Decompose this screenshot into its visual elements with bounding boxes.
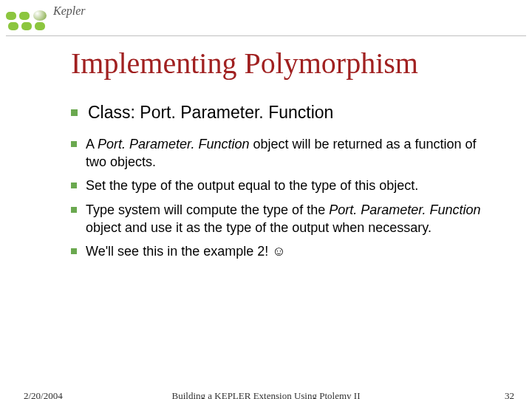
sub-bullet-text: Set the type of the output equal to the … (86, 177, 418, 194)
bullet-icon (71, 141, 77, 147)
sub-bullet-list: A Port. Parameter. Function object will … (71, 135, 485, 261)
bullet-icon (71, 109, 78, 116)
main-bullet: Class: Port. Parameter. Function (71, 102, 485, 123)
sub-bullet-text: A Port. Parameter. Function object will … (86, 135, 485, 171)
content-area: Class: Port. Parameter. Function A Port.… (71, 102, 485, 267)
main-bullet-text: Class: Port. Parameter. Function (88, 102, 333, 123)
bullet-icon (71, 207, 77, 213)
kepler-logo-icon (6, 4, 50, 34)
slide: Kepler Implementing Polymorphism Class: … (0, 0, 532, 399)
sub-bullet: Type system will compute the type of the… (71, 201, 485, 237)
header-divider (6, 35, 526, 36)
bullet-icon (71, 248, 77, 254)
sub-bullet: We'll see this in the example 2! ☺ (71, 242, 485, 260)
brand-name: Kepler (53, 4, 86, 18)
sub-bullet-text: We'll see this in the example 2! ☺ (86, 242, 286, 260)
bullet-icon (71, 183, 77, 188)
slide-title: Implementing Polymorphism (71, 46, 418, 81)
sub-bullet: A Port. Parameter. Function object will … (71, 135, 485, 171)
footer-title: Building a KEPLER Extension Using Ptolem… (0, 390, 532, 399)
footer-page-number: 32 (505, 390, 514, 399)
header-area: Kepler (6, 4, 86, 34)
sub-bullet: Set the type of the output equal to the … (71, 177, 485, 194)
sub-bullet-text: Type system will compute the type of the… (86, 201, 485, 237)
